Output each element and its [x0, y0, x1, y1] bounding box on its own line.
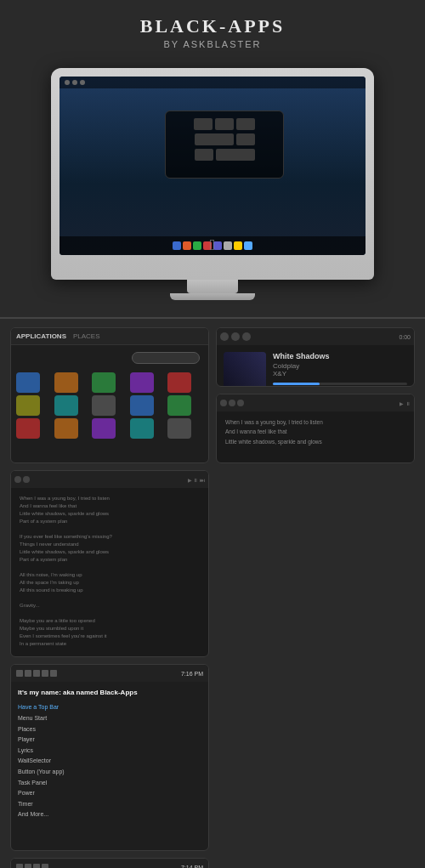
- main-content: APPLICATIONS PLACES: [0, 319, 425, 868]
- monitor-wrapper: : [51, 68, 374, 300]
- apple-logo-icon: : [60, 236, 366, 254]
- ll-12: Gravity...: [20, 602, 200, 610]
- pp-time: 7:14 PM: [181, 865, 203, 869]
- power-panel-screenshot: 7:14 PM ⏻ 🔒 ✕: [10, 858, 209, 868]
- screen-btn-3: [236, 118, 255, 130]
- ip-icon-4: [42, 670, 48, 677]
- app-title: BLACK-APPS: [0, 15, 425, 37]
- ll-5: If you ever feel like something's missin…: [20, 533, 200, 541]
- screen-btn-wide-2: [216, 149, 255, 161]
- lp-header: ▶ ⏸: [217, 394, 414, 411]
- al-tab-places: PLACES: [73, 332, 100, 340]
- al-icon-8[interactable]: [92, 395, 116, 416]
- screenshots-row1: APPLICATIONS PLACES: [10, 327, 415, 463]
- ip-statusbar: 7:16 PM: [11, 665, 208, 682]
- pp-statusbar: 7:14 PM: [11, 859, 208, 868]
- ip-app-name: It's my name: aka named Black-Apps: [18, 687, 201, 699]
- lp-btn-3[interactable]: [237, 400, 244, 406]
- screen-btn-1: [194, 118, 212, 130]
- al-icon-7[interactable]: [54, 395, 78, 416]
- ip-icon-5: [50, 670, 57, 677]
- ip-item-button: Button (Your app): [18, 767, 201, 778]
- al-icon-1[interactable]: [16, 372, 40, 393]
- al-icon-2[interactable]: [54, 372, 78, 393]
- screen-dot-2: [72, 80, 77, 85]
- lyric-line-3: Little white shadows, sparkle and glows: [225, 438, 405, 446]
- al-header: APPLICATIONS PLACES: [11, 328, 208, 345]
- monitor-stand: [187, 280, 238, 293]
- screen-center-widget: [165, 111, 284, 179]
- ip-icon-1: [16, 670, 23, 677]
- ll-1: When I was a young boy, I tried to liste…: [20, 495, 200, 502]
- al-icon-3[interactable]: [92, 372, 116, 393]
- mp-next-btn[interactable]: [242, 332, 251, 341]
- mp-play-btn[interactable]: [231, 332, 240, 341]
- ip-item-topbar: Have a Top Bar: [18, 702, 201, 713]
- screen-dot-3: [80, 80, 85, 85]
- lp-full-controls: ▶ ⏸ ⏭: [188, 477, 205, 483]
- pp-icon-2: [25, 864, 31, 868]
- screen-btn-2: [215, 118, 234, 130]
- ll-13: Maybe you are a little too opened: [20, 617, 200, 625]
- screen-btn-row-3: [173, 149, 276, 161]
- ip-status-icons: [16, 670, 57, 677]
- al-tab-applications: APPLICATIONS: [16, 332, 66, 340]
- ip-item-wallselector: WallSelector: [18, 756, 201, 767]
- al-icon-9[interactable]: [130, 395, 154, 416]
- mp-song-title: White Shadows: [273, 352, 407, 360]
- ip-item-menustart: Menu Start: [18, 713, 201, 724]
- al-search-bar[interactable]: [132, 352, 200, 364]
- ip-content: It's my name: aka named Black-Apps Have …: [11, 682, 208, 825]
- ll-6: Things I never understand: [20, 541, 200, 548]
- monitor-frame: : [51, 68, 374, 280]
- ip-icon-3: [33, 670, 40, 677]
- ll-4: Part of a system plan: [20, 518, 200, 525]
- lyric-line-2: And I wanna feel like that: [225, 428, 405, 436]
- ll-8: Part of a system plan: [20, 556, 200, 564]
- screenshots-row2: 7:16 PM It's my name: aka named Black-Ap…: [10, 470, 415, 851]
- monitor-section: : [0, 60, 425, 317]
- ip-item-places: Places: [18, 724, 201, 735]
- ll-9: All this noise, I'm waking up: [20, 571, 200, 579]
- app-header: BLACK-APPS BY ASKBLASTER: [0, 0, 425, 60]
- ip-icon-2: [25, 670, 31, 677]
- mp-artist: Coldplay: [273, 362, 407, 370]
- right-column-top: 0:00 White Shadows Coldplay X&Y: [216, 327, 415, 463]
- screen-taskbar-top: [60, 77, 366, 88]
- ip-item-power: Power: [18, 788, 201, 799]
- screen-btn-4: [236, 133, 255, 145]
- mp-prev-btn[interactable]: [220, 332, 229, 341]
- mp-album-art: [224, 352, 266, 387]
- al-icon-11[interactable]: [16, 418, 40, 439]
- al-icon-13[interactable]: [92, 418, 116, 439]
- lp-btn-1[interactable]: [220, 400, 227, 406]
- al-icon-15[interactable]: [167, 418, 191, 439]
- mp-info: White Shadows Coldplay X&Y: [273, 352, 407, 385]
- lyrics-full-screenshot: ▶ ⏸ ⏭ When I was a young boy, I tried to…: [10, 470, 209, 657]
- ll-10: All the space I'm taking up: [20, 579, 200, 587]
- screen-btn-row-1: [173, 118, 276, 130]
- monitor-base: [170, 293, 255, 300]
- ll-14: Maybe you stumbled upon it: [20, 625, 200, 633]
- lp-btn-2[interactable]: [229, 400, 235, 406]
- mp-progress-fill: [273, 383, 320, 385]
- al-icon-5[interactable]: [167, 372, 191, 393]
- lp-full-lyrics: When I was a young boy, I tried to liste…: [11, 488, 208, 656]
- pp-icon-4: [42, 864, 48, 868]
- al-icon-4[interactable]: [130, 372, 154, 393]
- mp-progress-bar[interactable]: [273, 383, 407, 385]
- lp-full-btn-2[interactable]: [23, 476, 30, 483]
- ip-item-taskpanel: Task Panel: [18, 778, 201, 789]
- al-icon-6[interactable]: [16, 395, 40, 416]
- mp-header: 0:00: [217, 328, 414, 345]
- app-launcher-screenshot: APPLICATIONS PLACES: [10, 327, 209, 463]
- al-icon-10[interactable]: [167, 395, 191, 416]
- ip-time: 7:16 PM: [181, 671, 203, 677]
- al-icon-12[interactable]: [54, 418, 78, 439]
- lp-status: ▶ ⏸: [400, 400, 411, 406]
- lyrics-screenshot: ▶ ⏸ When I was a young boy, I tried to l…: [216, 394, 415, 463]
- monitor-screen: [60, 77, 366, 255]
- ll-16: In a permanent state: [20, 640, 200, 648]
- al-icon-14[interactable]: [130, 418, 154, 439]
- lp-full-btn-1[interactable]: [14, 476, 21, 483]
